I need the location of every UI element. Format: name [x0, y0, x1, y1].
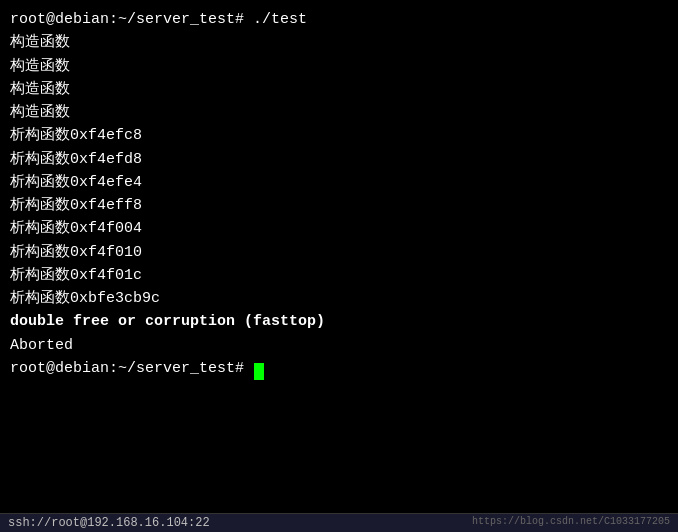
terminal-line: 构造函数: [10, 31, 668, 54]
terminal-line: 构造函数: [10, 55, 668, 78]
terminal-line: 构造函数: [10, 78, 668, 101]
terminal-output: root@debian:~/server_test# ./test构造函数构造函…: [10, 8, 668, 380]
terminal-cursor: [254, 363, 264, 380]
terminal-line: Aborted: [10, 334, 668, 357]
terminal-line: 析构函数0xf4f004: [10, 217, 668, 240]
terminal-line: root@debian:~/server_test#: [10, 357, 668, 380]
terminal-line: 析构函数0xf4f01c: [10, 264, 668, 287]
terminal-line: 构造函数: [10, 101, 668, 124]
terminal-window: root@debian:~/server_test# ./test构造函数构造函…: [0, 0, 678, 532]
terminal-line: 析构函数0xbfe3cb9c: [10, 287, 668, 310]
terminal-line: 析构函数0xf4efe4: [10, 171, 668, 194]
terminal-line: 析构函数0xf4efd8: [10, 148, 668, 171]
terminal-line: root@debian:~/server_test# ./test: [10, 8, 668, 31]
terminal-line: 析构函数0xf4eff8: [10, 194, 668, 217]
terminal-line: 析构函数0xf4f010: [10, 241, 668, 264]
terminal-line: 析构函数0xf4efc8: [10, 124, 668, 147]
ssh-connection-label: ssh://root@192.168.16.104:22: [8, 516, 210, 530]
watermark-label: https://blog.csdn.net/C1033177205: [472, 516, 670, 530]
status-bar: ssh://root@192.168.16.104:22 https://blo…: [0, 513, 678, 532]
terminal-line: double free or corruption (fasttop): [10, 310, 668, 333]
